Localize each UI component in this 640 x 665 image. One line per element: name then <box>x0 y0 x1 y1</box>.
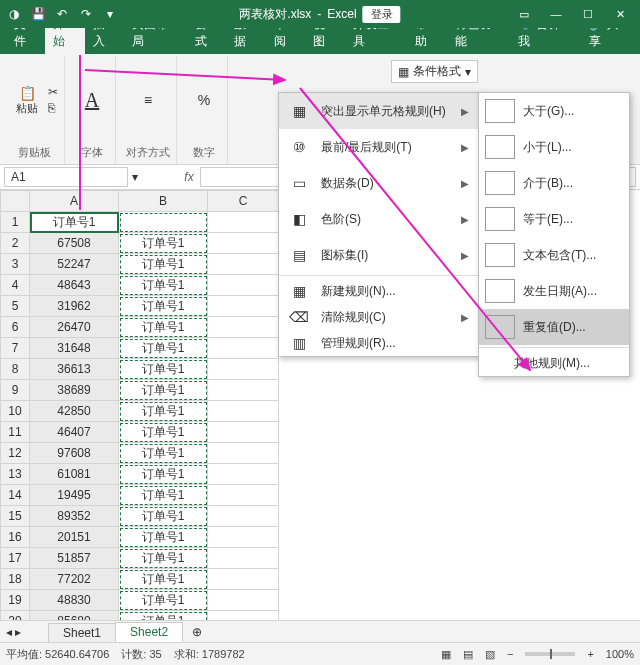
conditional-formatting-button[interactable]: ▦ 条件格式 ▾ <box>391 60 478 83</box>
row-header[interactable]: 14 <box>1 485 30 506</box>
cell[interactable]: 61081 <box>30 464 119 485</box>
view-normal-icon[interactable]: ▦ <box>441 648 451 661</box>
cell[interactable]: 订单号1 <box>119 590 208 611</box>
mi-manage-rules[interactable]: ▥管理规则(R)... <box>279 330 479 356</box>
row-header[interactable]: 1 <box>1 212 30 233</box>
mi-new-rule[interactable]: ▦新建规则(N)... <box>279 278 479 304</box>
cell[interactable] <box>208 401 279 422</box>
mi-more-rules[interactable]: 其他规则(M)... <box>479 350 629 376</box>
cell[interactable] <box>208 464 279 485</box>
cell[interactable]: 31648 <box>30 338 119 359</box>
cell[interactable]: 订单号1 <box>119 611 208 621</box>
autosave-icon[interactable]: ◑ <box>6 6 22 22</box>
row-header[interactable]: 17 <box>1 548 30 569</box>
view-pagebreak-icon[interactable]: ▧ <box>485 648 495 661</box>
cell[interactable] <box>208 548 279 569</box>
new-sheet-icon[interactable]: ⊕ <box>192 625 202 639</box>
cell[interactable]: 51857 <box>30 548 119 569</box>
fx-icon[interactable]: fx <box>178 170 200 184</box>
row-header[interactable]: 15 <box>1 506 30 527</box>
row-header[interactable]: 8 <box>1 359 30 380</box>
row-header[interactable]: 16 <box>1 527 30 548</box>
cell[interactable]: 19495 <box>30 485 119 506</box>
cell[interactable] <box>208 506 279 527</box>
row-header[interactable]: 2 <box>1 233 30 254</box>
mi-highlight-rules[interactable]: ▦突出显示单元格规则(H)▶ <box>279 93 479 129</box>
cell[interactable]: 订单号1 <box>119 443 208 464</box>
tab-nav-icons[interactable]: ◂ ▸ <box>6 625 21 639</box>
number-button[interactable]: % <box>187 70 221 130</box>
qat-more-icon[interactable]: ▾ <box>102 6 118 22</box>
zoom-in-icon[interactable]: + <box>587 648 593 660</box>
cell[interactable] <box>208 233 279 254</box>
row-header[interactable]: 5 <box>1 296 30 317</box>
cell[interactable]: 31962 <box>30 296 119 317</box>
mi-greater-than[interactable]: 大于(G)... <box>479 93 629 129</box>
cell[interactable]: 订单号1 <box>119 359 208 380</box>
cell[interactable]: 订单号1 <box>119 548 208 569</box>
zoom-level[interactable]: 100% <box>606 648 634 660</box>
mi-clear-rules[interactable]: ⌫清除规则(C)▶ <box>279 304 479 330</box>
mi-top-bottom-rules[interactable]: ⑩最前/最后规则(T)▶ <box>279 129 479 165</box>
mi-date-occurring[interactable]: 发生日期(A)... <box>479 273 629 309</box>
row-header[interactable]: 9 <box>1 380 30 401</box>
mi-text-contains[interactable]: 文本包含(T)... <box>479 237 629 273</box>
cell[interactable]: 52247 <box>30 254 119 275</box>
cell[interactable] <box>208 443 279 464</box>
cell[interactable] <box>208 590 279 611</box>
login-button[interactable]: 登录 <box>363 6 401 23</box>
cell[interactable]: 订单号1 <box>119 422 208 443</box>
col-header-b[interactable]: B <box>119 191 208 212</box>
cell[interactable] <box>208 212 279 233</box>
mi-data-bars[interactable]: ▭数据条(D)▶ <box>279 165 479 201</box>
cell[interactable]: 订单号1 <box>119 464 208 485</box>
col-header-a[interactable]: A <box>30 191 119 212</box>
row-header[interactable]: 18 <box>1 569 30 590</box>
cell[interactable]: 20151 <box>30 527 119 548</box>
cell[interactable]: 订单号1 <box>119 275 208 296</box>
cell[interactable] <box>208 296 279 317</box>
cell[interactable]: 48643 <box>30 275 119 296</box>
cell[interactable]: 订单号1 <box>119 569 208 590</box>
row-header[interactable]: 7 <box>1 338 30 359</box>
cell[interactable] <box>208 380 279 401</box>
copy-icon[interactable]: ⎘ <box>48 101 58 115</box>
cell[interactable]: 89352 <box>30 506 119 527</box>
row-header[interactable]: 13 <box>1 464 30 485</box>
row-header[interactable]: 4 <box>1 275 30 296</box>
select-all-corner[interactable] <box>1 191 30 212</box>
mi-icon-sets[interactable]: ▤图标集(I)▶ <box>279 237 479 273</box>
cell[interactable]: 订单号1 <box>119 317 208 338</box>
view-layout-icon[interactable]: ▤ <box>463 648 473 661</box>
cell[interactable]: 26470 <box>30 317 119 338</box>
alignment-button[interactable]: ≡ <box>131 70 165 130</box>
cell[interactable]: 订单号1 <box>119 527 208 548</box>
cell[interactable] <box>208 359 279 380</box>
sheet-tab-2[interactable]: Sheet2 <box>115 622 183 642</box>
cell[interactable]: 38689 <box>30 380 119 401</box>
mi-less-than[interactable]: 小于(L)... <box>479 129 629 165</box>
row-header[interactable]: 10 <box>1 401 30 422</box>
save-icon[interactable]: 💾 <box>30 6 46 22</box>
cut-icon[interactable]: ✂ <box>48 85 58 99</box>
sheet-tab-1[interactable]: Sheet1 <box>48 623 116 642</box>
mi-equal-to[interactable]: 等于(E)... <box>479 201 629 237</box>
redo-icon[interactable]: ↷ <box>78 6 94 22</box>
mi-color-scales[interactable]: ◧色阶(S)▶ <box>279 201 479 237</box>
cell[interactable]: 订单号1 <box>119 401 208 422</box>
cell[interactable]: 67508 <box>30 233 119 254</box>
cell[interactable] <box>208 569 279 590</box>
row-header[interactable]: 3 <box>1 254 30 275</box>
cell[interactable] <box>119 212 208 233</box>
cell[interactable]: 订单号1 <box>119 380 208 401</box>
cell[interactable]: 46407 <box>30 422 119 443</box>
undo-icon[interactable]: ↶ <box>54 6 70 22</box>
row-header[interactable]: 20 <box>1 611 30 621</box>
cell[interactable]: 订单号1 <box>119 254 208 275</box>
cell[interactable]: 订单号1 <box>119 485 208 506</box>
close-icon[interactable]: ✕ <box>606 4 634 24</box>
cell[interactable]: 36613 <box>30 359 119 380</box>
cell[interactable]: 48830 <box>30 590 119 611</box>
row-header[interactable]: 12 <box>1 443 30 464</box>
name-box[interactable]: A1 <box>4 167 128 187</box>
